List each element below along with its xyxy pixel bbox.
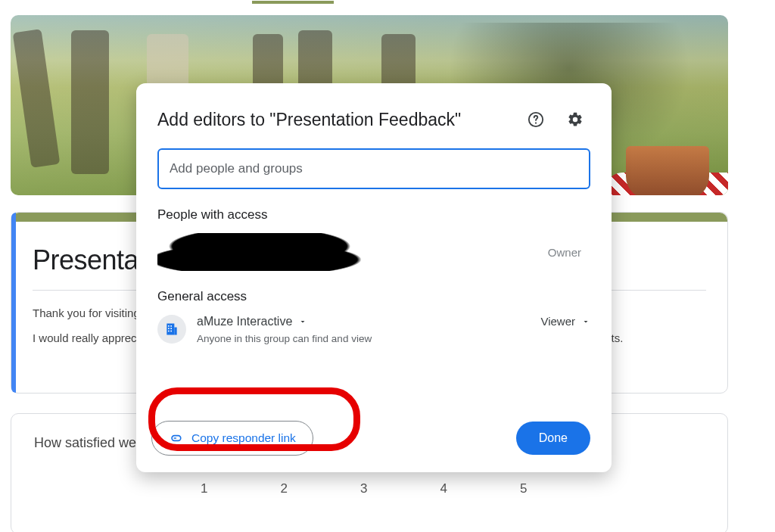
svg-rect-8	[168, 331, 170, 332]
org-selector[interactable]: aMuze Interactive	[197, 315, 372, 328]
scale-label[interactable]: 3	[360, 481, 367, 496]
copy-responder-link-button[interactable]: Copy responder link	[151, 421, 313, 456]
help-button[interactable]	[521, 104, 551, 135]
linear-scale: 1 2 3 4 5	[34, 481, 705, 496]
scale-label[interactable]: 4	[440, 481, 447, 496]
owner-row: Owner	[157, 233, 590, 271]
svg-rect-6	[168, 328, 170, 329]
svg-point-1	[535, 122, 537, 123]
svg-rect-5	[170, 325, 172, 327]
caret-down-icon	[298, 317, 307, 326]
svg-rect-4	[168, 325, 170, 327]
link-icon	[169, 431, 184, 446]
role-label: Viewer	[540, 315, 575, 328]
svg-rect-2	[167, 324, 174, 335]
settings-button[interactable]	[560, 104, 590, 135]
redacted-owner	[157, 233, 362, 271]
scale-label[interactable]: 2	[280, 481, 287, 496]
org-icon-wrap	[157, 315, 186, 344]
org-name: aMuze Interactive	[197, 315, 292, 328]
owner-role-label: Owner	[548, 246, 581, 259]
share-dialog: Add editors to "Presentation Feedback" P…	[136, 83, 612, 472]
dialog-title: Add editors to "Presentation Feedback"	[157, 110, 512, 130]
general-access-heading: General access	[157, 289, 590, 304]
role-dropdown[interactable]: Viewer	[540, 315, 590, 328]
scale-label[interactable]: 5	[520, 481, 527, 496]
add-people-input[interactable]	[157, 148, 590, 189]
org-description: Anyone in this group can find and view	[197, 333, 372, 344]
people-with-access-heading: People with access	[157, 207, 590, 222]
copy-link-label: Copy responder link	[191, 431, 296, 445]
help-icon	[528, 111, 544, 128]
scale-label[interactable]: 1	[201, 481, 207, 496]
active-tab-indicator	[252, 1, 334, 4]
svg-rect-9	[170, 331, 172, 332]
svg-rect-3	[174, 328, 176, 335]
done-button[interactable]: Done	[516, 422, 590, 455]
gear-icon	[567, 111, 584, 128]
caret-down-icon	[581, 317, 590, 326]
building-icon	[164, 322, 179, 337]
svg-rect-7	[170, 328, 172, 329]
